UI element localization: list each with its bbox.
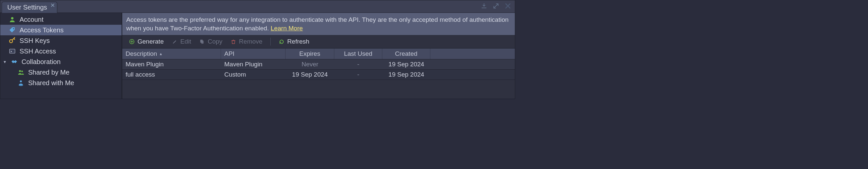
cell-description: Maven Plugin <box>122 59 221 69</box>
close-icon[interactable]: ✕ <box>50 2 55 9</box>
svg-point-4 <box>19 70 21 72</box>
button-label: Remove <box>239 38 262 45</box>
user-settings-window: User Settings ✕ Account <box>0 0 515 99</box>
button-label: Copy <box>208 38 222 45</box>
table-header: Description ▲ API Expires Last Used Crea… <box>122 48 515 59</box>
tab-strip: User Settings ✕ <box>0 0 515 13</box>
sidebar-item-account[interactable]: Account <box>0 14 122 25</box>
sidebar-item-label: Access Tokens <box>20 27 64 34</box>
tokens-table: Description ▲ API Expires Last Used Crea… <box>122 48 515 80</box>
sidebar-item-collaboration[interactable]: ▾ Collaboration <box>0 56 122 67</box>
refresh-button[interactable]: Refresh <box>275 37 313 46</box>
sidebar-item-label: SSH Keys <box>20 37 50 45</box>
info-text: Access tokens are the preferred way for … <box>126 16 508 32</box>
learn-more-link[interactable]: Learn More <box>271 25 303 32</box>
copy-button[interactable]: Copy <box>196 37 226 46</box>
header-expires[interactable]: Expires <box>286 48 334 59</box>
separator <box>270 38 271 46</box>
header-created[interactable]: Created <box>382 48 430 59</box>
key-icon <box>8 37 16 45</box>
cell-last-used: - <box>334 59 382 69</box>
sidebar-item-label: Collaboration <box>22 58 61 66</box>
chevron-down-icon[interactable]: ▾ <box>2 59 7 65</box>
cell-expires: Never <box>286 59 334 69</box>
cell-api: Maven Plugin <box>221 59 286 69</box>
trash-icon <box>230 39 236 45</box>
info-banner: Access tokens are the preferred way for … <box>122 13 515 35</box>
cell-api: Custom <box>221 70 286 80</box>
remove-button[interactable]: Remove <box>227 37 266 46</box>
window-actions <box>480 2 512 9</box>
cell-expires: 19 Sep 2024 <box>286 70 334 80</box>
toolbar: Generate Edit Copy <box>122 35 515 48</box>
terminal-icon <box>8 47 16 55</box>
svg-rect-3 <box>10 49 15 53</box>
cell-description: full access <box>122 70 221 80</box>
sidebar-item-shared-by-me[interactable]: Shared by Me <box>0 67 122 78</box>
sort-asc-icon: ▲ <box>159 52 163 56</box>
header-fill <box>430 48 515 59</box>
sidebar-item-label: Account <box>20 16 43 24</box>
tab-user-settings[interactable]: User Settings ✕ <box>2 2 57 13</box>
close-window-icon[interactable] <box>504 2 512 9</box>
button-label: Generate <box>137 38 164 45</box>
sidebar-item-label: SSH Access <box>20 47 56 55</box>
download-icon[interactable] <box>480 2 488 9</box>
tab-title: User Settings <box>7 4 47 11</box>
cell-last-used: - <box>334 70 382 80</box>
table-body: Maven Plugin Maven Plugin Never - 19 Sep… <box>122 59 515 80</box>
copy-icon <box>199 39 205 45</box>
header-description[interactable]: Description ▲ <box>122 48 221 59</box>
sidebar-item-shared-with-me[interactable]: Shared with Me <box>0 78 122 88</box>
refresh-icon <box>279 39 285 45</box>
sidebar-item-ssh-keys[interactable]: SSH Keys <box>0 35 122 46</box>
sidebar: Account Access Tokens SSH Keys SSH Acces… <box>0 13 122 99</box>
sidebar-item-label: Shared by Me <box>28 69 69 76</box>
pencil-icon <box>172 39 178 45</box>
main-panel: Access tokens are the preferred way for … <box>122 13 515 99</box>
users-icon <box>17 68 25 76</box>
cell-created: 19 Sep 2024 <box>382 59 430 69</box>
table-row[interactable]: full access Custom 19 Sep 2024 - 19 Sep … <box>122 70 515 80</box>
user-icon <box>8 15 16 24</box>
generate-button[interactable]: Generate <box>126 37 167 46</box>
button-label: Refresh <box>287 38 309 45</box>
plus-icon <box>129 39 135 45</box>
user-shared-icon <box>17 79 25 87</box>
sidebar-item-label: Shared with Me <box>28 79 74 87</box>
sidebar-item-access-tokens[interactable]: Access Tokens <box>0 25 122 35</box>
header-last-used[interactable]: Last Used <box>334 48 382 59</box>
svg-point-5 <box>21 71 23 72</box>
tag-icon <box>8 26 16 34</box>
svg-point-7 <box>19 85 23 86</box>
edit-button[interactable]: Edit <box>168 37 194 46</box>
handshake-icon <box>10 58 18 66</box>
cell-created: 19 Sep 2024 <box>382 70 430 80</box>
header-api[interactable]: API <box>221 48 286 59</box>
svg-point-0 <box>11 17 13 19</box>
table-row[interactable]: Maven Plugin Maven Plugin Never - 19 Sep… <box>122 59 515 70</box>
svg-rect-10 <box>202 41 204 44</box>
expand-icon[interactable] <box>492 2 500 9</box>
svg-point-1 <box>13 28 14 29</box>
sidebar-item-ssh-access[interactable]: SSH Access <box>0 46 122 56</box>
svg-point-6 <box>20 80 22 82</box>
button-label: Edit <box>180 38 191 45</box>
